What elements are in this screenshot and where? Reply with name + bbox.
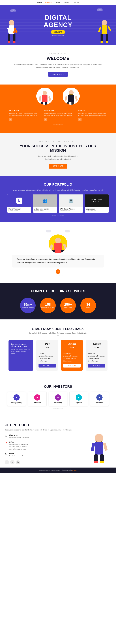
investor-name-3: Marketing	[50, 402, 66, 404]
svg-rect-8	[13, 41, 15, 43]
nav-home[interactable]: Home	[37, 2, 42, 4]
testimonial-figure	[46, 228, 70, 253]
social-linkedin[interactable]: in	[16, 460, 20, 464]
who-col-1-link[interactable]: →	[9, 118, 12, 121]
who-freepik: Image from Freepik	[0, 124, 116, 127]
who-cols: Who We Are Duis aute irure dolor in repr…	[0, 106, 116, 124]
social-facebook[interactable]: f	[5, 460, 9, 464]
success-section: Add more speed to your website YOUR SUCC…	[0, 133, 116, 176]
portfolio-card-3-sub: Graphic Design	[60, 210, 82, 211]
who-section: Who We Are Duis aute irure dolor in repr…	[0, 84, 116, 133]
svg-rect-26	[41, 102, 43, 105]
nav-contact[interactable]: Contact	[73, 2, 79, 4]
learn-more-button[interactable]: LEARN MORE	[48, 72, 68, 77]
svg-rect-16	[106, 41, 108, 43]
investor-card-2: ✦ Influence	[28, 392, 47, 406]
about-title: WELCOME	[12, 56, 104, 61]
portfolio-card-2-info: A Corporate Identity Graphic Design	[33, 207, 57, 212]
who-col-3-text: Duis aute irure dolor in reprehenderit i…	[78, 112, 107, 116]
footer-link[interactable]: Freepik	[72, 470, 77, 471]
portfolio-card-1-info: Brand Campaign Graphic Design	[7, 207, 31, 212]
testimonial-box: Duis aute irure dolor in reprehenderit i…	[12, 254, 104, 268]
who-col-2: What We Do Duis aute irure dolor in repr…	[41, 108, 75, 122]
testimonial-circle	[49, 234, 67, 253]
investor-logo-4: ▲	[76, 394, 82, 400]
stat-awards: 34 Awards.	[80, 298, 96, 313]
portfolio-img-2: 👥	[33, 194, 57, 207]
svg-point-19	[13, 9, 16, 12]
investors-title: OUR INVESTORS	[5, 384, 111, 388]
quote-icon: ❝	[56, 269, 60, 274]
navbar: Home Landing About Gallery Contact	[0, 0, 116, 5]
portfolio-people-icon: 👥	[43, 198, 47, 203]
portfolio-img-1: b	[7, 194, 31, 207]
plan-business-name: BUSINESS	[88, 343, 105, 345]
pricing-intro-text: Sample text. Click to select this text b…	[11, 348, 31, 355]
svg-rect-42	[49, 244, 53, 250]
stat-employees-value: 158	[45, 302, 51, 306]
success-title: YOUR SUCCESS IN THE INDUSTRY IS OUR MISS…	[12, 144, 104, 152]
portfolio-card-1-sub: Graphic Design	[8, 210, 30, 211]
svg-rect-11	[101, 34, 103, 42]
portfolio-card-1-title: Brand Campaign	[8, 208, 30, 210]
success-label: Add more speed to your website	[12, 141, 104, 143]
hero-figure-right	[98, 18, 111, 45]
contact-item-phone: 📞 Phone Mon-Fri from 8am to 5pm.	[5, 453, 82, 457]
nav-gallery[interactable]: Gallery	[64, 2, 69, 4]
plan-basic-buy-button[interactable]: BUY NOW	[38, 364, 56, 368]
plan-advanced-price: $59	[63, 346, 81, 351]
pricing-intro-heading: Stop pushing your clients into a corner.	[11, 343, 31, 347]
svg-rect-12	[106, 34, 108, 42]
pricing-intro-box: Stop pushing your clients into a corner.…	[8, 340, 33, 371]
who-col-2-text: Duis aute irure dolor in reprehenderit i…	[44, 112, 72, 116]
plan-business-features: 20 full user Unlimited Email Processes U…	[88, 352, 105, 362]
svg-rect-34	[67, 102, 69, 105]
svg-rect-43	[63, 243, 67, 249]
who-col-3-title: Projects	[78, 109, 107, 111]
contact-section: GET IN TOUCH Cras auctr more dolor in re…	[0, 415, 116, 468]
contact-item-office-info: Office Come say hello at our office HQ. …	[9, 441, 29, 450]
plan-business-buy-button[interactable]: BUY NOW	[88, 364, 105, 368]
stats-row: 35m+ Square feet managed 158 Employees o…	[5, 298, 111, 313]
svg-rect-54	[94, 454, 98, 461]
testimonial-figure-wrapper	[12, 228, 104, 253]
nav-landing[interactable]: Landing	[45, 2, 52, 4]
social-twitter[interactable]: 𝕏	[10, 460, 14, 464]
svg-rect-57	[100, 461, 104, 463]
pricing-card-business: BUSINESS $139 20 full user Unlimited Ema…	[86, 340, 108, 371]
svg-rect-3	[13, 34, 15, 42]
who-figures	[0, 84, 116, 106]
investor-name-5: Promote	[92, 402, 107, 404]
svg-point-0	[9, 20, 14, 26]
hero-badge: 15% OFF	[51, 30, 65, 34]
who-col-2-link[interactable]: →	[44, 118, 47, 121]
contact-right	[87, 423, 111, 464]
who-col-1-text: Duis aute irure dolor in reprehenderit i…	[9, 112, 38, 116]
plan-advanced-buy-button[interactable]: BUY NOW	[63, 364, 81, 368]
nav-about[interactable]: About	[56, 2, 60, 4]
plan-basic-price: $29	[38, 346, 56, 351]
pricing-card-basic: BASIC $29 1 full user 1,000 Email Proces…	[36, 340, 58, 371]
stat-employees-label: Employees on our team	[41, 307, 55, 308]
read-more-button[interactable]: READ MORE	[49, 164, 67, 168]
investor-card-3: ● Marketing	[49, 392, 67, 406]
investor-name-4: Digitally	[71, 402, 86, 404]
pricing-text: Sample text. Click to select the text bo…	[27, 332, 89, 337]
testimonial-quote: Duis aute irure dolor in reprehenderit i…	[17, 258, 99, 264]
investors-section: OUR INVESTORS ▲ Rising Agency ✦ Influenc…	[0, 378, 116, 415]
hero-freepik: Image from Freepik	[44, 35, 72, 36]
stat-clients-value: 250+	[64, 302, 72, 306]
svg-rect-13	[98, 27, 101, 32]
stat-sqft-label: Square feet managed	[22, 307, 34, 308]
portfolio-card-3-info: Web Design Website Graphic Design	[59, 207, 83, 212]
investor-logo-3: ●	[55, 394, 61, 400]
contact-text: Cras auctr more dolor in reprehenderit i…	[5, 428, 82, 431]
portfolio-section: OUR PORTFOLIO Lorem ipsum dolor sit amet…	[0, 176, 116, 222]
portfolio-card-4-sub: Graphic Design	[86, 210, 108, 211]
about-text: Suspendisse sed nisi lacus sed. In ante …	[12, 63, 104, 69]
who-col-3-link[interactable]: →	[78, 118, 82, 121]
who-col-2-title: What We Do	[44, 109, 72, 111]
contact-title: GET IN TOUCH	[5, 423, 82, 427]
investor-logo-2: ✦	[34, 394, 40, 400]
svg-rect-52	[91, 443, 95, 451]
